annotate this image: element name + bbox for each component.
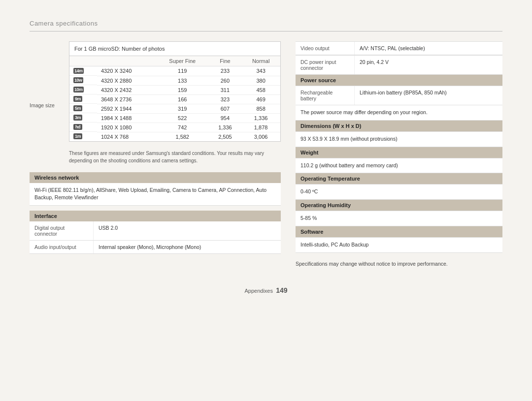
- right-top-rows: Video output A/V: NTSC, PAL (selectable)…: [296, 41, 502, 75]
- table-row: 10m 4320 X 2432 159 311 458: [69, 85, 280, 94]
- interface-value: USB 2.0: [94, 221, 281, 240]
- table-row: 1m 1024 X 768 1,582 2,505 3,006: [69, 132, 280, 141]
- res-icon: 3m: [73, 115, 82, 121]
- interface-row: Audio input/output Internal speaker (Mon…: [30, 241, 281, 254]
- photo-table-header: For 1 GB microSD: Number of photos: [69, 42, 280, 56]
- normal-cell: 3,006: [241, 132, 280, 141]
- table-row: 3m 1984 X 1488 522 954 1,336: [69, 113, 280, 123]
- interface-label: Digital output connector: [30, 221, 94, 240]
- normal-cell: 1,336: [241, 113, 280, 123]
- wireless-value: Wi-Fi (IEEE 802.11 b/g/n), AllShare, Web…: [30, 183, 281, 206]
- fine-cell: 1,336: [209, 123, 242, 132]
- fine-cell: 311: [209, 85, 242, 94]
- fine-cell: 607: [209, 104, 242, 113]
- software-value: Intelli-studio, PC Auto Backup: [296, 237, 502, 253]
- power-source-note: The power source may differ depending on…: [296, 105, 502, 121]
- image-size-section: Image size For 1 GB microSD: Number of p…: [30, 41, 281, 167]
- icon-cell: 9m: [69, 94, 97, 104]
- resolution-cell: 3648 X 2736: [97, 94, 156, 104]
- col-fine: Fine: [209, 56, 242, 66]
- page-container: Camera specifications Image size For 1 G…: [0, 0, 532, 401]
- page-footer: Appendixes 149: [30, 286, 502, 294]
- col-icon: [69, 56, 97, 66]
- interface-row: Digital output connector USB 2.0: [30, 221, 281, 241]
- fine-cell: 2,505: [209, 132, 242, 141]
- left-column: Image size For 1 GB microSD: Number of p…: [30, 41, 281, 267]
- res-icon: 1m: [73, 133, 82, 139]
- icon-cell: 14m: [69, 66, 97, 76]
- main-content: Image size For 1 GB microSD: Number of p…: [30, 41, 502, 267]
- battery-label: Rechargeable battery: [296, 86, 355, 105]
- op-hum-header: Operating Humidity: [296, 200, 502, 211]
- right-top-value: 20 pin, 4.2 V: [355, 56, 502, 74]
- fine-cell: 260: [209, 76, 242, 85]
- image-size-label: Image size: [30, 41, 69, 167]
- superfine-cell: 319: [156, 104, 209, 113]
- normal-cell: 380: [241, 76, 280, 85]
- table-row: 9m 3648 X 2736 166 323 469: [69, 94, 280, 104]
- photo-table-section: For 1 GB microSD: Number of photos Super…: [69, 41, 281, 167]
- interface-label: Audio input/output: [30, 241, 94, 253]
- right-top-label: DC power input connector: [296, 56, 355, 74]
- normal-cell: 343: [241, 66, 280, 76]
- superfine-cell: 159: [156, 85, 209, 94]
- superfine-cell: 1,582: [156, 132, 209, 141]
- icon-cell: hd: [69, 123, 97, 132]
- table-row: hd 1920 X 1080 742 1,336 1,878: [69, 123, 280, 132]
- photo-table: Super Fine Fine Normal 14m 4320 X 3240 1…: [69, 56, 280, 141]
- normal-cell: 858: [241, 104, 280, 113]
- resolution-cell: 2592 X 1944: [97, 104, 156, 113]
- resolution-cell: 1024 X 768: [97, 132, 156, 141]
- icon-cell: 5m: [69, 104, 97, 113]
- footer-page: 149: [276, 286, 287, 294]
- table-row: 5m 2592 X 1944 319 607 858: [69, 104, 280, 113]
- res-icon: 10m: [73, 87, 84, 93]
- normal-cell: 469: [241, 94, 280, 104]
- right-top-row: Video output A/V: NTSC, PAL (selectable): [296, 41, 502, 55]
- op-hum-value: 5-85 %: [296, 211, 502, 226]
- page-title: Camera specifications: [30, 20, 502, 31]
- normal-cell: 458: [241, 85, 280, 94]
- footer-label: Appendixes: [245, 288, 273, 294]
- superfine-cell: 166: [156, 94, 209, 104]
- battery-row: Rechargeable battery Lithium-ion battery…: [296, 86, 502, 105]
- col-res: [97, 56, 156, 66]
- resolution-cell: 4320 X 2880: [97, 76, 156, 85]
- col-normal: Normal: [241, 56, 280, 66]
- icon-cell: 3m: [69, 113, 97, 123]
- op-temp-header: Operating Temperature: [296, 173, 502, 184]
- superfine-cell: 133: [156, 76, 209, 85]
- right-top-row: DC power input connector 20 pin, 4.2 V: [296, 55, 502, 75]
- resolution-cell: 1984 X 1488: [97, 113, 156, 123]
- superfine-cell: 119: [156, 66, 209, 76]
- resolution-cell: 4320 X 3240: [97, 66, 156, 76]
- resolution-cell: 1920 X 1080: [97, 123, 156, 132]
- normal-cell: 1,878: [241, 123, 280, 132]
- res-icon: 9m: [73, 96, 82, 102]
- software-header: Software: [296, 226, 502, 237]
- weight-value: 110.2 g (without battery and memory card…: [296, 158, 502, 174]
- fine-cell: 323: [209, 94, 242, 104]
- wireless-header: Wireless network: [30, 172, 281, 183]
- res-icon: hd: [73, 124, 82, 130]
- interface-header: Interface: [30, 211, 281, 221]
- icon-cell: 1m: [69, 132, 97, 141]
- table-row: 10w 4320 X 2880 133 260 380: [69, 76, 280, 85]
- table-row: 14m 4320 X 3240 119 233 343: [69, 66, 280, 76]
- resolution-cell: 4320 X 2432: [97, 85, 156, 94]
- weight-header: Weight: [296, 147, 502, 158]
- superfine-cell: 742: [156, 123, 209, 132]
- right-column: Video output A/V: NTSC, PAL (selectable)…: [296, 41, 502, 267]
- col-superfine: Super Fine: [156, 56, 209, 66]
- battery-value: Lithium-ion battery (BP85A, 850 mAh): [355, 86, 502, 105]
- icon-cell: 10w: [69, 76, 97, 85]
- interface-value: Internal speaker (Mono), Microphone (Mon…: [94, 241, 281, 253]
- op-temp-value: 0-40 ºC: [296, 184, 502, 200]
- photo-table-note: These figures are measured under Samsung…: [69, 147, 281, 167]
- res-icon: 10w: [73, 77, 83, 83]
- res-icon: 14m: [73, 68, 84, 74]
- res-icon: 5m: [73, 105, 82, 111]
- fine-cell: 233: [209, 66, 242, 76]
- right-top-value: A/V: NTSC, PAL (selectable): [355, 42, 502, 55]
- dimensions-value: 93 X 53.9 X 18.9 mm (without protrusions…: [296, 131, 502, 147]
